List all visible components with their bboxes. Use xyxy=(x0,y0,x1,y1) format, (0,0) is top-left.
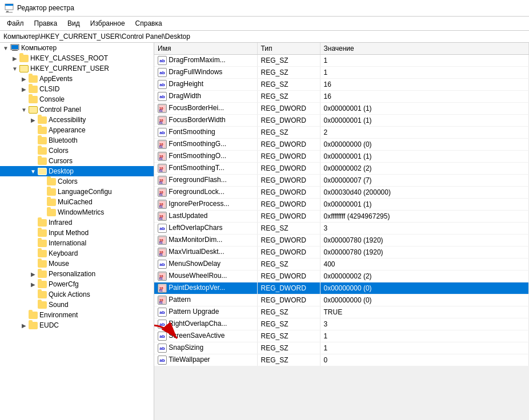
menu-favorites[interactable]: Избранное xyxy=(86,18,130,29)
tree-node-mouse[interactable]: ▶ Mouse xyxy=(0,259,154,269)
value-type-cell: REG_DWORD xyxy=(257,199,320,211)
title-bar-text: Редактор реестра xyxy=(17,4,74,12)
quickactions-folder-icon xyxy=(38,291,47,298)
value-name-cell: ab TileWallpaper xyxy=(154,354,257,366)
table-row[interactable]: 1001 MaxMonitorDim...REG_DWORD0x00000780… xyxy=(154,235,529,247)
svg-text:01: 01 xyxy=(159,241,163,244)
powercfg-expander[interactable]: ▶ xyxy=(29,281,38,288)
value-data-cell: 1 xyxy=(320,67,529,79)
tree-node-international[interactable]: ▶ International xyxy=(0,238,154,248)
tree-node-cursors[interactable]: ▶ Cursors xyxy=(0,156,154,166)
table-row[interactable]: 1001 LastUpdatedREG_DWORD0xffffffff (429… xyxy=(154,211,529,223)
col-type: Тип xyxy=(257,43,320,55)
menu-view[interactable]: Вид xyxy=(63,18,85,29)
dword-type-icon: 1001 xyxy=(158,296,167,305)
international-folder-icon xyxy=(38,240,47,247)
value-name-cell: 1001 ForegroundFlash... xyxy=(154,175,257,187)
table-row[interactable]: ab ScreenSaveActiveREG_SZ1 xyxy=(154,330,529,342)
hkcr-expander[interactable]: ▶ xyxy=(10,55,19,62)
table-row[interactable]: ab DragHeightREG_SZ16 xyxy=(154,79,529,91)
tree-node-accessibility[interactable]: ▶ Accessibility xyxy=(0,115,154,125)
table-row[interactable]: ab MenuShowDelayREG_SZ400 xyxy=(154,259,529,270)
value-type-cell: REG_DWORD xyxy=(257,294,320,306)
tree-panel[interactable]: ▼ Компьютер ▶ HKEY_CLASSES_ROOT ▼ HKEY_C… xyxy=(0,43,154,420)
appevents-expander[interactable]: ▶ xyxy=(19,76,29,82)
clsid-expander[interactable]: ▶ xyxy=(19,86,29,92)
tree-node-quickactions[interactable]: ▶ Quick Actions xyxy=(0,289,154,300)
tree-node-powercfg[interactable]: ▶ PowerCfg xyxy=(0,279,154,289)
table-row[interactable]: 1001 PatternREG_DWORD0x00000000 (0) xyxy=(154,294,529,306)
tree-node-environment[interactable]: ▶ Environment xyxy=(0,310,154,320)
value-data-cell: 1 xyxy=(320,330,529,342)
table-row[interactable]: 1001 ForegroundFlash...REG_DWORD0x000000… xyxy=(154,175,529,187)
tree-node-keyboard[interactable]: ▶ Keyboard xyxy=(0,248,154,259)
tree-node-hkcr[interactable]: ▶ HKEY_CLASSES_ROOT xyxy=(0,53,154,63)
sz-type-icon: ab xyxy=(158,344,167,353)
hkcu-expander[interactable]: ▼ xyxy=(10,66,19,72)
tree-node-sound[interactable]: ▶ Sound xyxy=(0,300,154,310)
table-row[interactable]: 1001 FocusBorderWidthREG_DWORD0x00000001… xyxy=(154,115,529,127)
table-row[interactable]: 1001 MouseWheelRou...REG_DWORD0x00000002… xyxy=(154,270,529,282)
svg-text:01: 01 xyxy=(159,169,163,172)
values-panel[interactable]: Имя Тип Значение ab DragFromMaxim...REG_… xyxy=(154,43,529,366)
menu-edit[interactable]: Правка xyxy=(30,18,62,29)
table-row[interactable]: 1001 MaxVirtualDeskt...REG_DWORD0x000007… xyxy=(154,247,529,259)
svg-text:01: 01 xyxy=(159,289,163,292)
table-row[interactable]: 1001 ForegroundLock...REG_DWORD0x00030d4… xyxy=(154,187,529,199)
mouse-label: Mouse xyxy=(49,259,69,268)
desktop-expander[interactable]: ▼ xyxy=(29,168,38,175)
personalization-expander[interactable]: ▶ xyxy=(29,271,38,277)
table-row[interactable]: ab DragFromMaxim...REG_SZ1 xyxy=(154,55,529,67)
tree-node-hkcu[interactable]: ▼ HKEY_CURRENT_USER xyxy=(0,63,154,74)
tree-node-desktop[interactable]: ▼ Desktop xyxy=(0,166,154,176)
table-row[interactable]: 1001 PaintDesktopVer...REG_DWORD0x000000… xyxy=(154,282,529,294)
table-row[interactable]: 1001 FocusBorderHei...REG_DWORD0x0000000… xyxy=(154,103,529,115)
table-row[interactable]: ab SnapSizingREG_SZ1 xyxy=(154,342,529,354)
controlpanel-expander[interactable]: ▼ xyxy=(19,107,29,113)
svg-text:01: 01 xyxy=(159,121,163,124)
value-name-cell: 1001 Pattern xyxy=(154,294,257,306)
col-name: Имя xyxy=(154,43,257,55)
table-row[interactable]: ab LeftOverlapCharsREG_SZ3 xyxy=(154,223,529,235)
tree-node-console[interactable]: ▶ Console xyxy=(0,94,154,104)
tree-node-controlpanel[interactable]: ▼ Control Panel xyxy=(0,104,154,115)
tree-node-windowmetrics[interactable]: ▶ WindowMetrics xyxy=(0,207,154,217)
menu-help[interactable]: Справка xyxy=(131,18,167,29)
sz-type-icon: ab xyxy=(158,356,167,365)
table-row[interactable]: ab RightOverlapCha...REG_SZ3 xyxy=(154,318,529,330)
table-row[interactable]: ab DragWidthREG_SZ16 xyxy=(154,91,529,103)
value-data-cell: 0x00000001 (1) xyxy=(320,199,529,211)
eudc-expander[interactable]: ▶ xyxy=(19,322,29,329)
table-row[interactable]: ab TileWallpaperREG_SZ0 xyxy=(154,354,529,366)
table-row[interactable]: 1001 FontSmoothingT...REG_DWORD0x0000000… xyxy=(154,163,529,175)
value-type-cell: REG_DWORD xyxy=(257,103,320,115)
tree-node-bluetooth[interactable]: ▶ Bluetooth xyxy=(0,135,154,146)
tree-node-inputmethod[interactable]: ▶ Input Method xyxy=(0,228,154,238)
tree-node-appevents[interactable]: ▶ AppEvents xyxy=(0,74,154,84)
table-row[interactable]: ab FontSmoothingREG_SZ2 xyxy=(154,127,529,139)
tree-node-languageconfig[interactable]: ▶ LanguageConfigu xyxy=(0,187,154,197)
table-row[interactable]: 1001 FontSmoothingG...REG_DWORD0x0000000… xyxy=(154,139,529,151)
tree-node-desktop-colors[interactable]: ▶ Colors xyxy=(0,176,154,187)
winmetrics-label: WindowMetrics xyxy=(58,208,104,217)
appearance-folder-icon xyxy=(38,127,47,134)
tree-node-muicached[interactable]: ▶ MuiCached xyxy=(0,197,154,207)
table-row[interactable]: ab Pattern UpgradeREG_SZTRUE xyxy=(154,306,529,318)
tree-node-infrared[interactable]: ▶ Infrared xyxy=(0,217,154,228)
tree-node-clsid[interactable]: ▶ CLSID xyxy=(0,84,154,94)
menu-file[interactable]: Файл xyxy=(2,18,29,29)
table-row[interactable]: ab DragFullWindowsREG_SZ1 xyxy=(154,67,529,79)
root-expander[interactable]: ▼ xyxy=(1,45,10,51)
tree-root[interactable]: ▼ Компьютер xyxy=(0,43,154,53)
value-type-cell: REG_DWORD xyxy=(257,115,320,127)
table-row[interactable]: 1001 IgnorePerProcess...REG_DWORD0x00000… xyxy=(154,199,529,211)
table-row[interactable]: 1001 FontSmoothingO...REG_DWORD0x0000000… xyxy=(154,151,529,163)
value-name-cell: 1001 IgnorePerProcess... xyxy=(154,199,257,211)
tree-node-personalization[interactable]: ▶ Personalization xyxy=(0,269,154,279)
value-type-cell: REG_SZ xyxy=(257,306,320,318)
accessibility-expander[interactable]: ▶ xyxy=(29,117,38,123)
console-label: Console xyxy=(39,95,65,104)
tree-node-appearance[interactable]: ▶ Appearance xyxy=(0,125,154,135)
tree-node-eudc[interactable]: ▶ EUDC xyxy=(0,320,154,330)
tree-node-colors[interactable]: ▶ Colors xyxy=(0,146,154,156)
